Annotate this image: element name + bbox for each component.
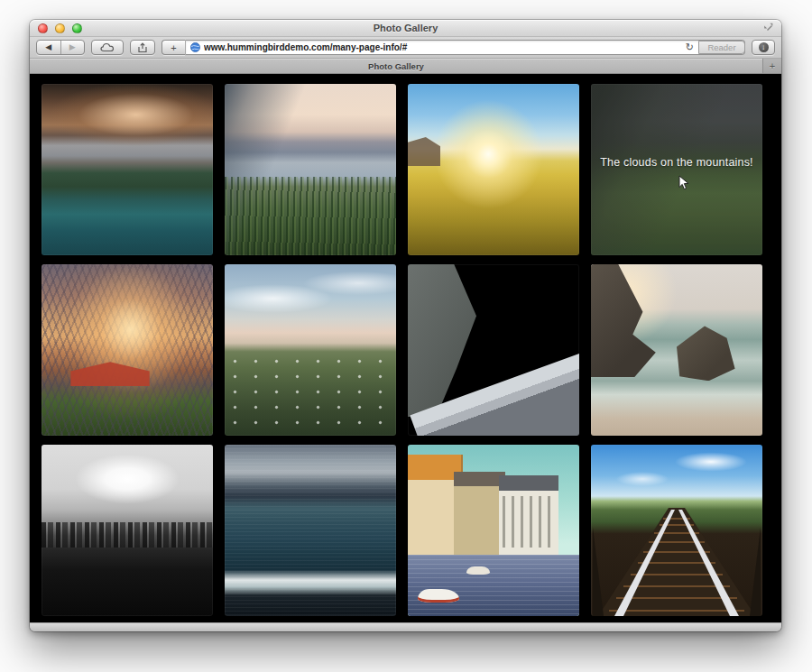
photo-mountain-road[interactable] bbox=[408, 264, 579, 436]
fullscreen-icon[interactable] bbox=[764, 23, 775, 33]
address-field[interactable]: ↻ Reader bbox=[185, 40, 745, 55]
photo-sunny-golden-field[interactable] bbox=[408, 84, 579, 255]
title-bar[interactable]: Photo Gallery bbox=[30, 20, 781, 37]
back-button[interactable]: ◀ bbox=[37, 41, 60, 54]
share-button[interactable] bbox=[130, 40, 155, 55]
cloud-icon bbox=[100, 42, 115, 52]
globe-favicon-icon bbox=[190, 42, 200, 52]
icloud-tabs-button[interactable] bbox=[91, 40, 124, 55]
canal-boat-small bbox=[466, 566, 491, 575]
railway-tracks-graphic bbox=[591, 445, 762, 616]
window-bottom-bar bbox=[30, 622, 781, 631]
address-bar-group: + ↻ Reader bbox=[161, 40, 745, 55]
browser-window: Photo Gallery ◀ ▶ + bbox=[30, 20, 781, 631]
window-title: Photo Gallery bbox=[30, 23, 781, 33]
photo-orchard-sunset-barn[interactable] bbox=[42, 264, 213, 436]
url-input[interactable] bbox=[204, 41, 681, 54]
photo-bw-city-aerial[interactable] bbox=[42, 445, 213, 616]
history-nav-control: ◀ ▶ bbox=[36, 40, 85, 55]
tab-bar: Photo Gallery + bbox=[30, 59, 781, 74]
forward-button[interactable]: ▶ bbox=[61, 41, 85, 54]
photo-caption: The clouds on the mountains! bbox=[591, 156, 762, 169]
photo-ocean-sea-stacks[interactable] bbox=[591, 264, 762, 436]
photo-wildflower-meadow[interactable] bbox=[225, 264, 396, 436]
photo-misty-lake-sunset[interactable] bbox=[225, 84, 396, 255]
reload-button[interactable]: ↻ bbox=[681, 41, 698, 53]
minimize-window-button[interactable] bbox=[55, 23, 65, 33]
download-icon: ↓ bbox=[759, 42, 769, 52]
photo-railway-tracks[interactable] bbox=[591, 445, 762, 616]
photo-stormy-mountain-lake[interactable] bbox=[42, 84, 213, 255]
zoom-window-button[interactable] bbox=[72, 23, 82, 33]
photo-canal-houses-boats[interactable] bbox=[408, 445, 579, 616]
browser-toolbar: ◀ ▶ + ↻ bbox=[30, 37, 781, 59]
close-window-button[interactable] bbox=[38, 23, 48, 33]
canal-water bbox=[408, 555, 579, 616]
tab-photo-gallery[interactable]: Photo Gallery bbox=[30, 59, 763, 73]
downloads-button[interactable]: ↓ bbox=[752, 40, 775, 55]
tab-label: Photo Gallery bbox=[368, 61, 424, 71]
photo-dark-stormy-sea[interactable] bbox=[225, 445, 396, 616]
mouse-cursor-icon bbox=[678, 175, 689, 190]
canal-boat-large bbox=[418, 589, 459, 603]
add-bookmark-button[interactable]: + bbox=[161, 40, 185, 55]
new-tab-button[interactable]: + bbox=[763, 59, 781, 73]
photo-cloudy-green-mountains[interactable]: The clouds on the mountains! bbox=[591, 84, 762, 255]
share-icon bbox=[137, 42, 148, 53]
reader-button[interactable]: Reader bbox=[698, 41, 745, 54]
photo-hover-overlay bbox=[591, 84, 762, 255]
canal-house-windows bbox=[503, 496, 556, 548]
photo-gallery-page: The clouds on the mountains! bbox=[30, 74, 781, 622]
window-controls bbox=[38, 23, 82, 33]
